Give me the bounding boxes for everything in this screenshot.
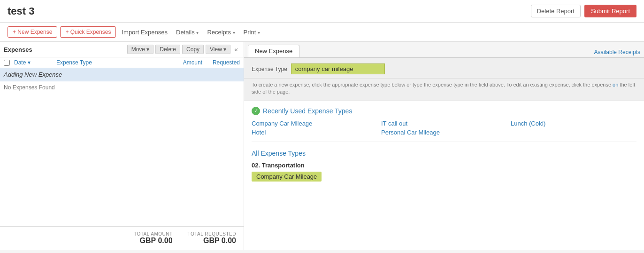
top-bar: test 3 Delete Report Submit Report: [0, 0, 644, 23]
details-button[interactable]: Details ▾: [173, 27, 201, 38]
collapse-button[interactable]: «: [232, 46, 240, 53]
checkbox-all[interactable]: [4, 60, 10, 66]
expense-list-area: ✓ Recently Used Expense Types Company Ca…: [244, 101, 644, 187]
available-receipts-link[interactable]: Available Receipts: [594, 49, 640, 57]
toolbar: + New Expense + Quick Expenses Import Ex…: [0, 23, 644, 42]
expense-type-col-header: Expense Type: [56, 59, 165, 66]
expenses-header: Expenses Move ▾ Delete Copy View ▾ «: [0, 42, 244, 57]
page-title: test 3: [8, 5, 34, 17]
recent-item-it-call-out[interactable]: IT call out: [381, 120, 507, 127]
import-expenses-button[interactable]: Import Expenses: [119, 27, 170, 38]
receipts-arrow-icon: ▾: [233, 30, 235, 35]
recently-used-grid: Company Car Mileage IT call out Lunch (C…: [252, 120, 636, 142]
view-button[interactable]: View ▾: [206, 45, 230, 54]
no-expenses-message: No Expenses Found: [0, 81, 244, 94]
requested-col-header: Requested: [202, 59, 240, 66]
left-panel: Expenses Move ▾ Delete Copy View ▾ « Dat…: [0, 42, 244, 250]
recent-item-hotel[interactable]: Hotel: [252, 129, 377, 136]
recently-used-title: Recently Used Expense Types: [263, 107, 352, 115]
new-expense-button[interactable]: + New Expense: [8, 26, 57, 38]
info-text: To create a new expense, click the appro…: [244, 79, 644, 101]
select-all-checkbox[interactable]: [4, 59, 14, 66]
total-amount-label: TOTAL AMOUNT: [134, 231, 173, 237]
tab-bar: New Expense Available Receipts: [244, 42, 644, 57]
total-amount-block: TOTAL AMOUNT GBP 0.00: [134, 231, 173, 245]
move-arrow-icon: ▾: [146, 46, 149, 53]
top-bar-actions: Delete Report Submit Report: [531, 5, 636, 17]
highlighted-company-car-mileage[interactable]: Company Car Mileage: [252, 172, 322, 182]
check-circle-icon: ✓: [252, 107, 260, 115]
total-requested-label: TOTAL REQUESTED: [188, 231, 236, 237]
print-button[interactable]: Print ▾: [241, 27, 263, 38]
expense-type-row: Expense Type: [244, 58, 644, 79]
transportation-category: 02. Transportation: [252, 162, 636, 169]
date-col-header[interactable]: Date ▾: [14, 59, 56, 66]
table-header: Date ▾ Expense Type Amount Requested: [0, 57, 244, 68]
submit-report-button[interactable]: Submit Report: [584, 5, 636, 17]
recent-item-lunch-cold[interactable]: Lunch (Cold): [511, 120, 636, 127]
view-arrow-icon: ▾: [223, 46, 226, 53]
right-panel: New Expense Available Receipts Expense T…: [244, 42, 644, 250]
print-arrow-icon: ▾: [258, 30, 260, 35]
on-link[interactable]: on: [613, 82, 618, 87]
copy-button[interactable]: Copy: [182, 45, 204, 54]
new-expense-content: Expense Type To create a new expense, cl…: [244, 57, 644, 250]
recent-item-personal-car[interactable]: Personal Car Mileage: [381, 129, 507, 136]
expense-type-input[interactable]: [291, 63, 385, 74]
delete-button[interactable]: Delete: [155, 45, 180, 54]
new-expense-tab[interactable]: New Expense: [248, 45, 299, 57]
left-footer: TOTAL AMOUNT GBP 0.00 TOTAL REQUESTED GB…: [0, 226, 244, 250]
delete-report-button[interactable]: Delete Report: [531, 5, 581, 17]
details-arrow-icon: ▾: [196, 30, 199, 35]
receipts-button[interactable]: Receipts ▾: [204, 27, 238, 38]
recent-item-company-car[interactable]: Company Car Mileage: [252, 120, 377, 127]
recently-used-header: ✓ Recently Used Expense Types: [252, 107, 636, 115]
total-amount-value: GBP 0.00: [134, 237, 173, 245]
adding-new-expense-row: Adding New Expense: [0, 68, 244, 81]
move-button[interactable]: Move ▾: [127, 45, 154, 54]
expenses-actions: Move ▾ Delete Copy View ▾ «: [127, 45, 240, 54]
amount-col-header: Amount: [165, 59, 202, 66]
total-requested-value: GBP 0.00: [188, 237, 236, 245]
expense-type-label: Expense Type: [252, 66, 287, 72]
main-layout: Expenses Move ▾ Delete Copy View ▾ « Dat…: [0, 42, 644, 250]
quick-expenses-button[interactable]: + Quick Expenses: [60, 26, 116, 38]
date-sort-icon: ▾: [28, 59, 31, 66]
expenses-title: Expenses: [4, 46, 32, 53]
all-expense-types-title: All Expense Types: [252, 150, 636, 157]
total-requested-block: TOTAL REQUESTED GBP 0.00: [188, 231, 236, 245]
